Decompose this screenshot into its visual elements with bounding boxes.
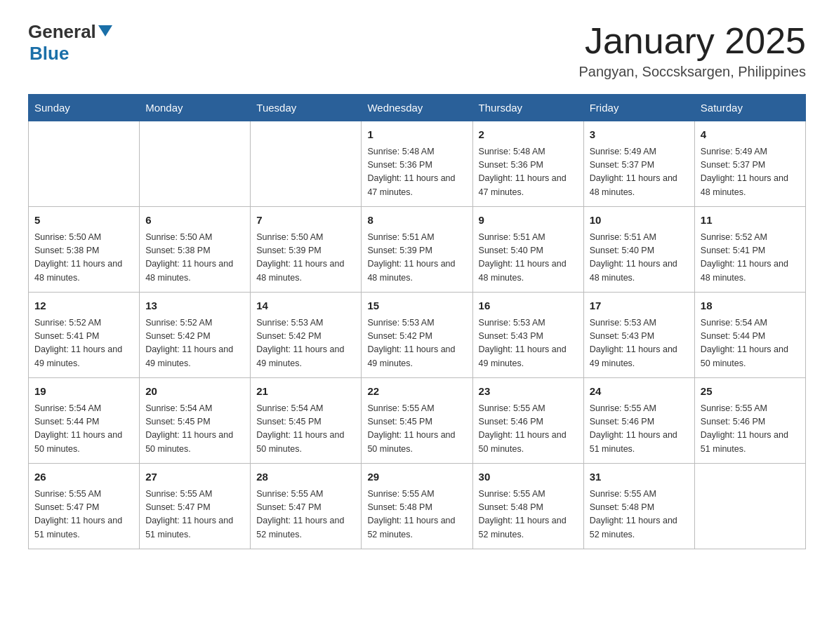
col-header-sunday: Sunday xyxy=(29,95,140,121)
day-info: Sunrise: 5:53 AMSunset: 5:42 PMDaylight:… xyxy=(367,316,466,371)
month-title: January 2025 xyxy=(578,21,806,61)
location-title: Pangyan, Soccsksargen, Philippines xyxy=(578,64,806,80)
day-info: Sunrise: 5:53 AMSunset: 5:43 PMDaylight:… xyxy=(590,316,689,371)
day-cell-17: 17Sunrise: 5:53 AMSunset: 5:43 PMDayligh… xyxy=(583,293,694,378)
day-cell-26: 26Sunrise: 5:55 AMSunset: 5:47 PMDayligh… xyxy=(29,464,140,549)
day-cell-24: 24Sunrise: 5:55 AMSunset: 5:46 PMDayligh… xyxy=(583,378,694,464)
col-header-saturday: Saturday xyxy=(694,95,805,121)
day-number: 11 xyxy=(701,213,800,229)
day-info: Sunrise: 5:48 AMSunset: 5:36 PMDaylight:… xyxy=(479,145,578,200)
day-number: 25 xyxy=(701,384,800,400)
day-cell-14: 14Sunrise: 5:53 AMSunset: 5:42 PMDayligh… xyxy=(251,293,362,378)
day-cell-21: 21Sunrise: 5:54 AMSunset: 5:45 PMDayligh… xyxy=(251,378,362,464)
day-number: 18 xyxy=(701,298,800,314)
day-info: Sunrise: 5:55 AMSunset: 5:47 PMDaylight:… xyxy=(145,488,244,542)
logo-text-blue: Blue xyxy=(29,43,69,65)
day-number: 31 xyxy=(590,469,689,485)
logo: General Blue xyxy=(28,21,113,65)
day-cell-9: 9Sunrise: 5:51 AMSunset: 5:40 PMDaylight… xyxy=(472,207,583,293)
day-info: Sunrise: 5:55 AMSunset: 5:48 PMDaylight:… xyxy=(479,488,578,542)
day-cell-12: 12Sunrise: 5:52 AMSunset: 5:41 PMDayligh… xyxy=(29,293,140,378)
col-header-monday: Monday xyxy=(140,95,251,121)
empty-cell xyxy=(694,464,805,549)
day-cell-3: 3Sunrise: 5:49 AMSunset: 5:37 PMDaylight… xyxy=(583,121,694,207)
day-info: Sunrise: 5:52 AMSunset: 5:41 PMDaylight:… xyxy=(34,316,133,371)
day-number: 24 xyxy=(590,384,689,400)
day-cell-22: 22Sunrise: 5:55 AMSunset: 5:45 PMDayligh… xyxy=(362,378,472,464)
day-number: 2 xyxy=(479,127,578,143)
day-number: 30 xyxy=(479,469,578,485)
day-number: 3 xyxy=(590,127,689,143)
day-cell-10: 10Sunrise: 5:51 AMSunset: 5:40 PMDayligh… xyxy=(583,207,694,293)
col-header-friday: Friday xyxy=(583,95,694,121)
day-info: Sunrise: 5:52 AMSunset: 5:42 PMDaylight:… xyxy=(145,316,244,371)
day-info: Sunrise: 5:55 AMSunset: 5:48 PMDaylight:… xyxy=(367,488,466,542)
day-number: 8 xyxy=(367,213,466,229)
day-cell-2: 2Sunrise: 5:48 AMSunset: 5:36 PMDaylight… xyxy=(472,121,583,207)
day-number: 21 xyxy=(256,384,355,400)
day-cell-1: 1Sunrise: 5:48 AMSunset: 5:36 PMDaylight… xyxy=(362,121,472,207)
day-info: Sunrise: 5:54 AMSunset: 5:45 PMDaylight:… xyxy=(145,402,244,457)
day-cell-5: 5Sunrise: 5:50 AMSunset: 5:38 PMDaylight… xyxy=(29,207,140,293)
day-info: Sunrise: 5:51 AMSunset: 5:40 PMDaylight:… xyxy=(590,231,689,286)
day-number: 12 xyxy=(34,298,133,314)
day-info: Sunrise: 5:49 AMSunset: 5:37 PMDaylight:… xyxy=(701,145,800,200)
week-row-4: 19Sunrise: 5:54 AMSunset: 5:44 PMDayligh… xyxy=(29,378,806,464)
day-number: 9 xyxy=(479,213,578,229)
day-number: 7 xyxy=(256,213,355,229)
day-number: 19 xyxy=(34,384,133,400)
day-cell-7: 7Sunrise: 5:50 AMSunset: 5:39 PMDaylight… xyxy=(251,207,362,293)
day-info: Sunrise: 5:50 AMSunset: 5:38 PMDaylight:… xyxy=(145,231,244,286)
day-info: Sunrise: 5:51 AMSunset: 5:40 PMDaylight:… xyxy=(479,231,578,286)
page-header: General Blue January 2025 Pangyan, Soccs… xyxy=(28,21,806,80)
col-header-wednesday: Wednesday xyxy=(362,95,472,121)
day-number: 4 xyxy=(701,127,800,143)
day-info: Sunrise: 5:55 AMSunset: 5:47 PMDaylight:… xyxy=(34,488,133,542)
day-cell-31: 31Sunrise: 5:55 AMSunset: 5:48 PMDayligh… xyxy=(583,464,694,549)
day-number: 15 xyxy=(367,298,466,314)
svg-marker-0 xyxy=(98,25,112,36)
day-number: 27 xyxy=(145,469,244,485)
day-cell-6: 6Sunrise: 5:50 AMSunset: 5:38 PMDaylight… xyxy=(140,207,251,293)
day-number: 22 xyxy=(367,384,466,400)
logo-triangle-icon xyxy=(98,24,113,38)
week-row-2: 5Sunrise: 5:50 AMSunset: 5:38 PMDaylight… xyxy=(29,207,806,293)
day-info: Sunrise: 5:50 AMSunset: 5:39 PMDaylight:… xyxy=(256,231,355,286)
day-info: Sunrise: 5:48 AMSunset: 5:36 PMDaylight:… xyxy=(367,145,466,200)
day-number: 28 xyxy=(256,469,355,485)
day-info: Sunrise: 5:55 AMSunset: 5:46 PMDaylight:… xyxy=(701,402,800,457)
day-info: Sunrise: 5:53 AMSunset: 5:42 PMDaylight:… xyxy=(256,316,355,371)
day-cell-25: 25Sunrise: 5:55 AMSunset: 5:46 PMDayligh… xyxy=(694,378,805,464)
day-number: 17 xyxy=(590,298,689,314)
day-cell-20: 20Sunrise: 5:54 AMSunset: 5:45 PMDayligh… xyxy=(140,378,251,464)
day-info: Sunrise: 5:55 AMSunset: 5:46 PMDaylight:… xyxy=(479,402,578,457)
day-cell-29: 29Sunrise: 5:55 AMSunset: 5:48 PMDayligh… xyxy=(362,464,472,549)
day-number: 1 xyxy=(367,127,466,143)
day-number: 23 xyxy=(479,384,578,400)
day-info: Sunrise: 5:50 AMSunset: 5:38 PMDaylight:… xyxy=(34,231,133,286)
day-cell-19: 19Sunrise: 5:54 AMSunset: 5:44 PMDayligh… xyxy=(29,378,140,464)
day-number: 13 xyxy=(145,298,244,314)
day-cell-23: 23Sunrise: 5:55 AMSunset: 5:46 PMDayligh… xyxy=(472,378,583,464)
col-header-thursday: Thursday xyxy=(472,95,583,121)
day-cell-27: 27Sunrise: 5:55 AMSunset: 5:47 PMDayligh… xyxy=(140,464,251,549)
day-cell-18: 18Sunrise: 5:54 AMSunset: 5:44 PMDayligh… xyxy=(694,293,805,378)
day-number: 26 xyxy=(34,469,133,485)
day-number: 10 xyxy=(590,213,689,229)
week-row-1: 1Sunrise: 5:48 AMSunset: 5:36 PMDaylight… xyxy=(29,121,806,207)
empty-cell xyxy=(251,121,362,207)
day-info: Sunrise: 5:53 AMSunset: 5:43 PMDaylight:… xyxy=(479,316,578,371)
col-header-tuesday: Tuesday xyxy=(251,95,362,121)
day-number: 20 xyxy=(145,384,244,400)
day-cell-8: 8Sunrise: 5:51 AMSunset: 5:39 PMDaylight… xyxy=(362,207,472,293)
day-cell-30: 30Sunrise: 5:55 AMSunset: 5:48 PMDayligh… xyxy=(472,464,583,549)
day-info: Sunrise: 5:55 AMSunset: 5:45 PMDaylight:… xyxy=(367,402,466,457)
day-number: 6 xyxy=(145,213,244,229)
week-row-5: 26Sunrise: 5:55 AMSunset: 5:47 PMDayligh… xyxy=(29,464,806,549)
empty-cell xyxy=(29,121,140,207)
day-cell-13: 13Sunrise: 5:52 AMSunset: 5:42 PMDayligh… xyxy=(140,293,251,378)
day-number: 29 xyxy=(367,469,466,485)
day-info: Sunrise: 5:49 AMSunset: 5:37 PMDaylight:… xyxy=(590,145,689,200)
week-row-3: 12Sunrise: 5:52 AMSunset: 5:41 PMDayligh… xyxy=(29,293,806,378)
logo-text-general: General xyxy=(28,21,96,43)
